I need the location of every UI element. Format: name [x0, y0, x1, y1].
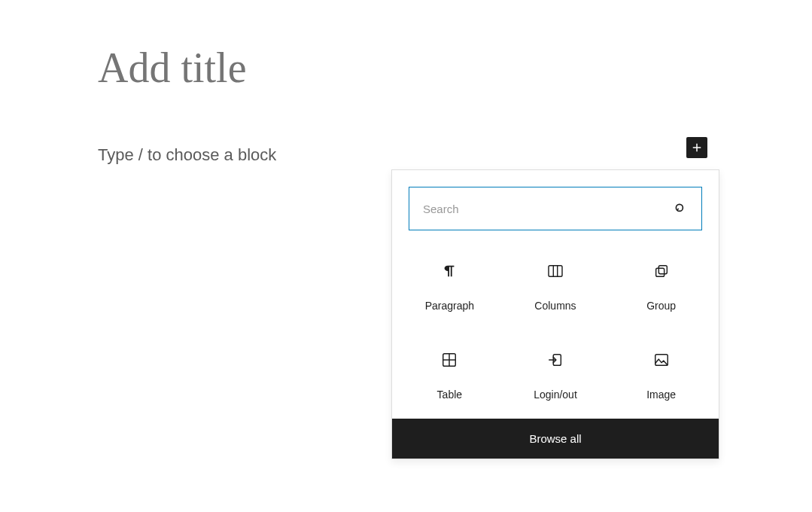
- plus-icon: [690, 141, 704, 154]
- columns-icon: [546, 262, 564, 280]
- block-label: Group: [646, 300, 676, 312]
- svg-rect-6: [658, 266, 667, 274]
- search-box[interactable]: [409, 187, 702, 230]
- block-label: Image: [646, 389, 676, 401]
- search-wrap: [392, 170, 719, 245]
- block-item-login-out[interactable]: Login/out: [503, 340, 609, 401]
- svg-rect-5: [655, 268, 664, 276]
- block-inserter-panel: Paragraph Columns Group Table Login/out: [391, 169, 719, 459]
- add-block-button[interactable]: [686, 137, 707, 158]
- paragraph-icon: [440, 262, 458, 280]
- block-item-table[interactable]: Table: [397, 340, 503, 401]
- block-label: Columns: [534, 300, 576, 312]
- post-title-input[interactable]: [98, 44, 625, 92]
- search-icon: [673, 201, 688, 216]
- blocks-grid: Paragraph Columns Group Table Login/out: [392, 245, 719, 419]
- block-label: Paragraph: [425, 300, 474, 312]
- table-icon: [440, 351, 458, 369]
- block-item-columns[interactable]: Columns: [503, 251, 609, 312]
- block-label: Login/out: [534, 389, 577, 401]
- browse-all-button[interactable]: Browse all: [392, 419, 719, 459]
- block-prompt-text[interactable]: Type / to choose a block: [98, 145, 276, 165]
- block-item-paragraph[interactable]: Paragraph: [397, 251, 503, 312]
- group-icon: [652, 262, 671, 280]
- block-item-group[interactable]: Group: [608, 251, 714, 312]
- search-input[interactable]: [423, 203, 673, 215]
- svg-line-1: [677, 209, 679, 210]
- block-label: Table: [437, 389, 462, 401]
- login-out-icon: [546, 351, 564, 369]
- svg-rect-2: [549, 266, 562, 276]
- image-icon: [652, 351, 671, 369]
- block-item-image[interactable]: Image: [608, 340, 714, 401]
